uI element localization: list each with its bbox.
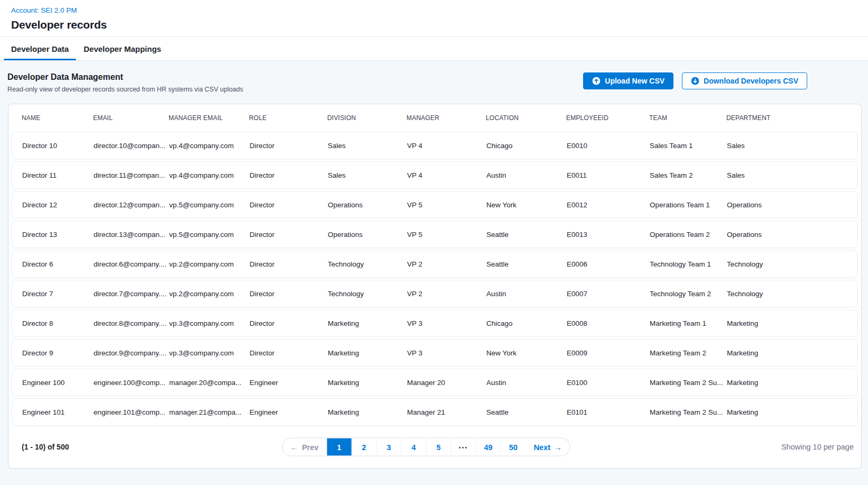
pagination-pages: 12345•••4950	[327, 438, 526, 456]
cell-email: engineer.100@comp...	[94, 379, 169, 387]
table-header-row: NAMEEMAILMANAGER EMAILROLEDIVISIONMANAGE…	[12, 104, 858, 132]
cell-department: Operations	[727, 231, 857, 239]
cell-role: Director	[250, 171, 328, 179]
cell-division: Technology	[328, 260, 407, 268]
cell-location: New York	[486, 201, 567, 209]
cell-manager_email: vp.3@company.com	[169, 319, 250, 327]
csv-actions: Upload New CSV Download Developers CSV	[583, 72, 807, 89]
cell-department: Marketing	[727, 379, 857, 387]
cell-department: Sales	[727, 142, 857, 150]
pagination-page-3[interactable]: 3	[377, 438, 402, 456]
cell-manager_email: vp.2@company.com	[169, 260, 250, 268]
column-header-email: EMAIL	[93, 114, 169, 122]
cell-location: Seattle	[486, 408, 567, 416]
pagination-range-label: (1 - 10) of 500	[22, 443, 69, 451]
table-row: Director 9director.9@company....vp.3@com…	[12, 339, 858, 367]
pagination-next-button[interactable]: Next →	[526, 438, 570, 456]
download-button-label: Download Developers CSV	[704, 77, 798, 85]
download-developers-csv-button[interactable]: Download Developers CSV	[682, 72, 807, 89]
table-row: Director 8director.8@company....vp.3@com…	[12, 309, 858, 337]
pagination-page-49[interactable]: 49	[476, 438, 501, 456]
cell-manager: VP 5	[407, 201, 486, 209]
developer-table: NAMEEMAILMANAGER EMAILROLEDIVISIONMANAGE…	[8, 104, 862, 469]
cell-name: Director 13	[12, 231, 94, 239]
table-row: Director 11director.11@compan...vp.4@com…	[12, 161, 858, 189]
cell-manager: VP 3	[407, 349, 486, 357]
pagination-page-2[interactable]: 2	[352, 438, 377, 456]
cell-division: Marketing	[328, 349, 407, 357]
table-row: Engineer 101engineer.101@comp...manager.…	[12, 398, 858, 426]
upload-icon	[592, 77, 601, 85]
tab-developer-mappings[interactable]: Developer Mappings	[76, 37, 169, 60]
cell-division: Technology	[328, 290, 407, 298]
cell-email: director.9@company....	[94, 349, 169, 357]
cell-manager: VP 4	[407, 142, 486, 150]
cell-division: Sales	[328, 142, 407, 150]
tab-developer-data[interactable]: Developer Data	[4, 37, 76, 60]
cell-role: Director	[250, 349, 328, 357]
pagination-page-1[interactable]: 1	[327, 438, 352, 456]
cell-role: Engineer	[250, 379, 328, 387]
cell-location: Chicago	[486, 142, 567, 150]
table-row: Director 13director.13@compan...vp.5@com…	[12, 221, 858, 248]
pagination-prev-button[interactable]: ← Prev	[282, 438, 327, 456]
upload-new-csv-button[interactable]: Upload New CSV	[583, 72, 673, 89]
pagination-ellipsis[interactable]: •••	[451, 438, 476, 456]
column-header-team: TEAM	[649, 114, 726, 122]
cell-manager_email: vp.4@company.com	[169, 142, 250, 150]
cell-division: Operations	[328, 201, 407, 209]
cell-employee_id: E0008	[567, 319, 650, 327]
cell-division: Operations	[328, 231, 407, 239]
cell-manager: VP 4	[407, 171, 486, 179]
cell-employee_id: E0006	[567, 260, 650, 268]
download-icon	[691, 77, 699, 85]
cell-employee_id: E0007	[567, 290, 650, 298]
cell-department: Technology	[727, 290, 857, 298]
table-row: Director 6director.6@company....vp.2@com…	[12, 250, 858, 278]
cell-role: Director	[250, 290, 328, 298]
cell-role: Director	[250, 319, 328, 327]
cell-department: Marketing	[727, 349, 857, 357]
section-subtitle: Read-only view of developer records sour…	[7, 86, 243, 93]
cell-name: Engineer 101	[12, 408, 94, 416]
section-header-text: Developer Data Management Read-only view…	[7, 72, 243, 93]
table-row: Director 10director.10@compan...vp.4@com…	[12, 132, 858, 159]
cell-location: New York	[486, 349, 567, 357]
cell-department: Marketing	[727, 319, 857, 327]
cell-employee_id: E0010	[567, 142, 650, 150]
cell-division: Sales	[328, 171, 407, 179]
next-label: Next	[534, 443, 550, 451]
pagination-page-5[interactable]: 5	[427, 438, 451, 456]
cell-manager: VP 3	[407, 319, 486, 327]
column-header-name: NAME	[12, 114, 93, 122]
column-header-role: ROLE	[249, 114, 327, 122]
table-footer: (1 - 10) of 500 ← Prev 12345•••4950 Next…	[12, 428, 858, 466]
cell-location: Seattle	[486, 231, 567, 239]
cell-email: director.11@compan...	[94, 171, 169, 179]
cell-team: Marketing Team 1	[650, 319, 727, 327]
cell-employee_id: E0101	[567, 408, 650, 416]
cell-employee_id: E0012	[567, 201, 650, 209]
cell-employee_id: E0013	[567, 231, 650, 239]
cell-team: Marketing Team 2 Su...	[650, 379, 727, 387]
cell-role: Engineer	[250, 408, 328, 416]
pagination-page-50[interactable]: 50	[501, 438, 526, 456]
cell-manager_email: vp.4@company.com	[169, 171, 250, 179]
cell-role: Director	[250, 142, 328, 150]
cell-division: Marketing	[328, 379, 407, 387]
cell-name: Director 12	[12, 201, 94, 209]
cell-division: Marketing	[328, 408, 407, 416]
account-breadcrumb-link[interactable]: Account: SEI 2.0 PM	[11, 6, 77, 14]
upload-button-label: Upload New CSV	[605, 77, 664, 85]
cell-role: Director	[250, 260, 328, 268]
cell-email: director.7@company....	[94, 290, 169, 298]
section-header: Developer Data Management Read-only view…	[0, 72, 868, 93]
table-body: Director 10director.10@compan...vp.4@com…	[12, 132, 858, 426]
pagination-page-4[interactable]: 4	[402, 438, 427, 456]
cell-role: Director	[250, 201, 328, 209]
cell-email: director.6@company....	[94, 260, 169, 268]
column-header-manager_email: MANAGER EMAIL	[169, 114, 249, 122]
cell-team: Marketing Team 2 Su...	[650, 408, 727, 416]
table-row: Engineer 100engineer.100@comp...manager.…	[12, 369, 858, 396]
cell-location: Austin	[486, 171, 567, 179]
